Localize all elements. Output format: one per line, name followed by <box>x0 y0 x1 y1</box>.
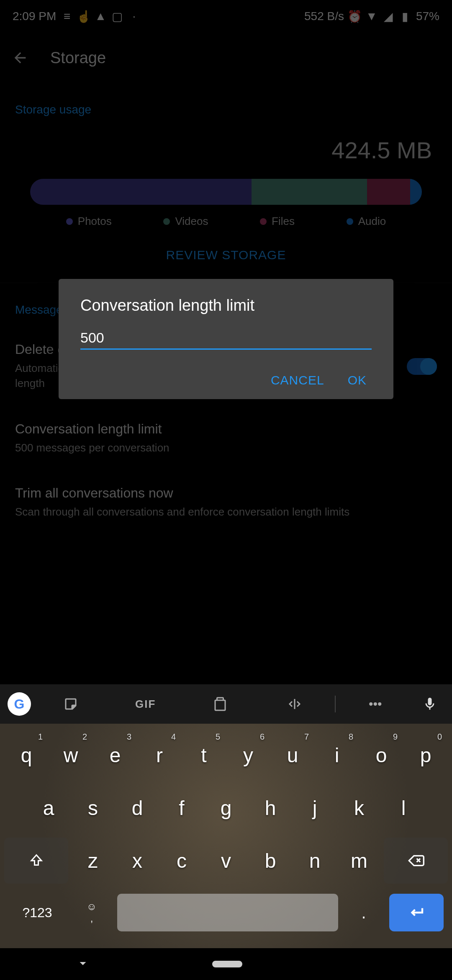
sticker-button[interactable] <box>36 696 105 712</box>
dialog-title: Conversation length limit <box>80 297 372 315</box>
key-y[interactable]: y6 <box>226 729 270 781</box>
key-q[interactable]: q1 <box>4 729 49 781</box>
key-b[interactable]: b <box>248 834 293 887</box>
backspace-key[interactable] <box>384 838 448 884</box>
symbols-key[interactable]: ?123 <box>6 890 69 935</box>
separator <box>335 696 336 712</box>
keyboard: G GIF ••• q1w2e3r4t5y6u7i8o9p0 asdfghjkl… <box>0 684 452 980</box>
cancel-button[interactable]: CANCEL <box>271 373 324 387</box>
key-x[interactable]: x <box>115 834 159 887</box>
key-f[interactable]: f <box>159 781 204 834</box>
enter-key[interactable] <box>389 894 444 931</box>
shift-key[interactable] <box>4 838 68 884</box>
dialog-conversation-limit: Conversation length limit CANCEL OK <box>59 279 393 399</box>
mic-button[interactable] <box>415 696 444 712</box>
key-k[interactable]: k <box>337 781 381 834</box>
period-key[interactable]: . <box>345 890 383 935</box>
text-select-button[interactable] <box>260 696 329 712</box>
emoji-key[interactable]: ☺, <box>73 890 110 935</box>
keyboard-toolbar: G GIF ••• <box>0 684 452 724</box>
key-n[interactable]: n <box>293 834 337 887</box>
gif-button[interactable]: GIF <box>110 698 180 711</box>
chevron-down-icon <box>75 956 90 971</box>
nav-bar <box>0 948 452 980</box>
key-o[interactable]: o9 <box>359 729 403 781</box>
ok-button[interactable]: OK <box>348 373 367 387</box>
key-i[interactable]: i8 <box>315 729 359 781</box>
keyboard-hide-button[interactable] <box>75 956 90 972</box>
home-gesture-pill[interactable] <box>212 961 242 967</box>
limit-input[interactable] <box>80 330 372 346</box>
key-l[interactable]: l <box>381 781 426 834</box>
backspace-icon <box>408 852 424 869</box>
clipboard-button[interactable] <box>185 696 255 712</box>
key-g[interactable]: g <box>204 781 248 834</box>
key-p[interactable]: p0 <box>403 729 448 781</box>
key-w[interactable]: w2 <box>49 729 93 781</box>
key-m[interactable]: m <box>337 834 381 887</box>
key-u[interactable]: u7 <box>270 729 315 781</box>
shift-icon <box>29 853 44 868</box>
key-s[interactable]: s <box>71 781 115 834</box>
more-button[interactable]: ••• <box>341 697 410 711</box>
google-icon[interactable]: G <box>8 692 31 716</box>
enter-icon <box>408 904 425 921</box>
key-e[interactable]: e3 <box>93 729 137 781</box>
key-r[interactable]: r4 <box>137 729 182 781</box>
key-d[interactable]: d <box>115 781 159 834</box>
comma-label: , <box>90 913 93 924</box>
key-z[interactable]: z <box>71 834 115 887</box>
spacebar-key[interactable] <box>117 894 338 931</box>
key-v[interactable]: v <box>204 834 248 887</box>
keyboard-keys: q1w2e3r4t5y6u7i8o9p0 asdfghjkl zxcvbnm ?… <box>0 724 452 948</box>
key-c[interactable]: c <box>159 834 204 887</box>
key-h[interactable]: h <box>248 781 293 834</box>
key-a[interactable]: a <box>26 781 71 834</box>
key-j[interactable]: j <box>293 781 337 834</box>
emoji-icon: ☺ <box>87 901 97 913</box>
key-t[interactable]: t5 <box>182 729 226 781</box>
